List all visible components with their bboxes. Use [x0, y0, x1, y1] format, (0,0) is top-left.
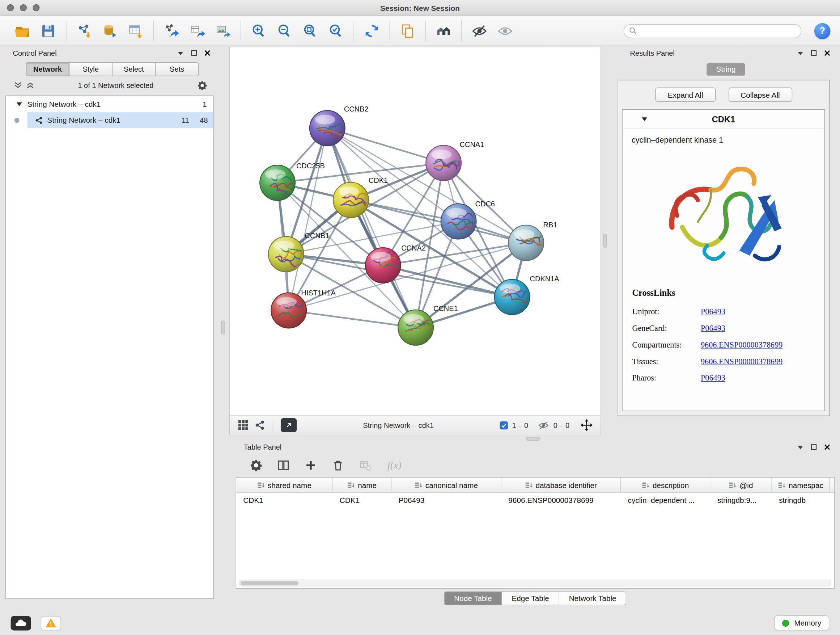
selected-checkbox[interactable] — [500, 421, 508, 429]
crosslink-link[interactable]: 9606.ENSP00000378699 — [701, 340, 783, 349]
delete-table-button[interactable] — [358, 458, 373, 473]
copy-view-button[interactable] — [398, 21, 417, 40]
float-panel-icon[interactable] — [191, 50, 197, 57]
tab-network[interactable]: Network — [26, 62, 69, 76]
crosslink-link[interactable]: P06493 — [701, 324, 725, 333]
table-cell[interactable]: stringdb:9... — [711, 496, 772, 505]
close-panel-icon[interactable] — [824, 444, 831, 450]
zoom-selected-button[interactable] — [326, 21, 346, 40]
hide-selected-button[interactable] — [470, 21, 489, 40]
collection-disclosure-icon[interactable] — [17, 102, 22, 106]
table-horizontal-scrollbar[interactable] — [239, 580, 831, 586]
collapse-all-icon[interactable] — [27, 81, 34, 89]
tab-network-table[interactable]: Network Table — [559, 591, 627, 605]
close-panel-icon[interactable] — [204, 50, 210, 57]
clone-network-button[interactable] — [187, 21, 207, 40]
search-box[interactable] — [624, 24, 802, 38]
collapse-all-button[interactable]: Collapse All — [728, 87, 792, 102]
network-edge-CCNB2-HIST1H1A[interactable] — [289, 128, 327, 310]
column-header-name[interactable]: name — [333, 478, 392, 492]
overview-button[interactable] — [434, 21, 453, 40]
zoom-fit-button[interactable] — [301, 21, 320, 40]
tab-style[interactable]: Style — [69, 62, 112, 76]
column-header--id[interactable]: @id — [711, 478, 772, 492]
panel-menu-icon[interactable] — [797, 445, 804, 449]
panel-menu-icon[interactable] — [797, 51, 804, 55]
zoom-in-button[interactable] — [249, 21, 268, 40]
crosslink-link[interactable]: 9606.ENSP00000378699 — [701, 357, 783, 366]
show-all-button[interactable] — [496, 21, 515, 40]
table-cell[interactable]: P06493 — [392, 496, 502, 505]
network-node-HIST1H1A[interactable] — [271, 293, 308, 328]
network-edge-HIST1H1A-CCNE1[interactable] — [289, 310, 416, 327]
tab-node-table[interactable]: Node Table — [444, 591, 502, 605]
left-splitter-handle[interactable] — [221, 321, 225, 335]
network-collection-row[interactable]: String Network – cdk1 1 — [6, 96, 213, 112]
network-share-view-icon[interactable] — [254, 420, 265, 431]
table-cell[interactable]: CDK1 — [333, 496, 392, 505]
tab-select[interactable]: Select — [112, 62, 156, 76]
network-node-CDC6[interactable] — [441, 204, 478, 239]
crosslink-link[interactable]: P06493 — [701, 307, 725, 317]
new-network-from-selection-button[interactable] — [162, 21, 181, 40]
close-panel-icon[interactable] — [824, 50, 831, 57]
table-cell[interactable]: CDK1 — [236, 496, 333, 505]
table-options-button[interactable] — [248, 458, 264, 473]
delete-column-button[interactable] — [331, 458, 346, 473]
column-header-canonical-name[interactable]: canonical name — [392, 478, 502, 492]
gene-disclosure-icon[interactable] — [642, 117, 647, 121]
network-node-RB1[interactable] — [508, 225, 544, 261]
tab-string[interactable]: String — [706, 63, 745, 76]
column-header-database-identifier[interactable]: database identifier — [501, 478, 621, 492]
network-node-CCNB1[interactable] — [268, 236, 304, 272]
help-button[interactable]: ? — [814, 23, 830, 39]
bottom-splitter-handle[interactable] — [526, 437, 540, 440]
zoom-out-button[interactable] — [275, 21, 294, 40]
crosslink-link[interactable]: P06493 — [701, 374, 725, 383]
network-edge-CCNB2-CCNA1[interactable] — [327, 128, 444, 163]
network-node-CCNA1[interactable] — [426, 145, 461, 181]
warnings-button[interactable] — [41, 616, 61, 630]
network-node-CCNA2[interactable] — [365, 248, 403, 283]
column-header-namespac[interactable]: namespac — [772, 478, 830, 492]
network-row[interactable]: String Network – cdk1 11 48 — [6, 112, 213, 128]
import-table-button[interactable] — [126, 21, 145, 40]
table-cell[interactable]: cyclin–dependent ... — [621, 496, 710, 505]
column-header-shared-name[interactable]: shared name — [236, 478, 333, 492]
selected-network-highlight[interactable]: String Network – cdk1 11 48 — [27, 112, 213, 128]
import-network-database-button[interactable] — [100, 21, 119, 40]
refresh-layout-button[interactable] — [362, 21, 381, 40]
import-network-file-button[interactable] — [74, 21, 94, 40]
scrollbar-thumb[interactable] — [240, 581, 298, 586]
function-builder-button[interactable]: f(x) — [387, 459, 401, 471]
open-session-button[interactable] — [13, 21, 32, 40]
search-input[interactable] — [640, 27, 796, 35]
network-node-CCNB2[interactable] — [309, 111, 346, 146]
minimize-window-button[interactable] — [20, 4, 27, 11]
network-node-CDC25B[interactable] — [260, 165, 296, 201]
right-splitter-handle[interactable] — [603, 234, 607, 248]
table-cell[interactable]: 9606.ENSP00000378699 — [501, 496, 621, 505]
show-columns-button[interactable] — [276, 458, 291, 473]
network-canvas[interactable]: CCNB2CCNA1CDC25BCDK1CDC6RB1CCNB1CCNA2CDK… — [230, 47, 602, 415]
expand-all-button[interactable]: Expand All — [655, 87, 715, 102]
network-options-gear-icon[interactable] — [197, 80, 207, 90]
float-panel-icon[interactable] — [811, 50, 817, 57]
table-cell[interactable]: stringdb — [772, 496, 830, 505]
close-window-button[interactable] — [7, 4, 14, 11]
panel-menu-icon[interactable] — [177, 51, 184, 55]
network-node-CDK1[interactable] — [333, 182, 369, 218]
pan-move-icon[interactable] — [580, 419, 593, 432]
column-header-description[interactable]: description — [621, 478, 710, 492]
float-panel-icon[interactable] — [811, 444, 817, 450]
grid-view-icon[interactable] — [237, 419, 249, 431]
memory-button[interactable]: Memory — [775, 616, 829, 630]
tab-sets[interactable]: Sets — [156, 62, 199, 76]
network-node-CDKN1A[interactable] — [494, 279, 531, 315]
network-edge-CCNB2-CCNE1[interactable] — [327, 128, 416, 328]
cloud-sync-button[interactable] — [11, 616, 31, 630]
save-session-button[interactable] — [39, 21, 58, 40]
table-row[interactable]: CDK1CDK1P064939606.ENSP00000378699cyclin… — [236, 493, 834, 508]
network-node-CCNE1[interactable] — [398, 310, 433, 345]
maximize-window-button[interactable] — [33, 4, 39, 11]
